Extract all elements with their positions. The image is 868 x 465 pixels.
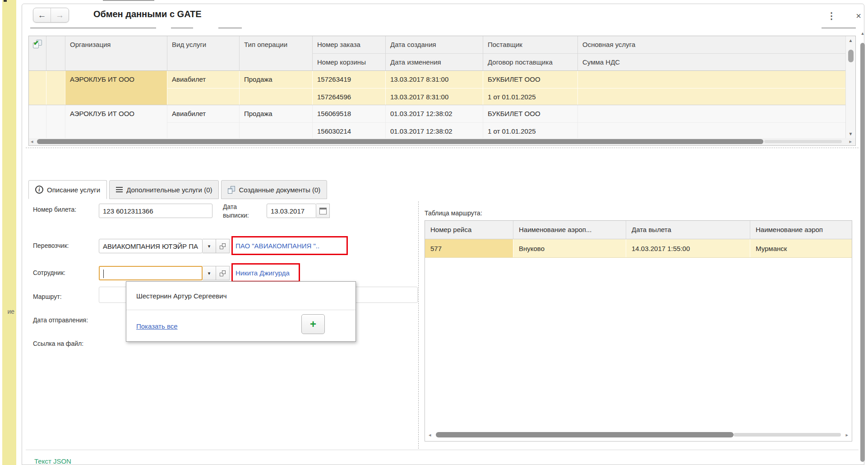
ticket-number-input[interactable]: 123 6012311366 — [99, 204, 212, 218]
add-new-button[interactable]: + — [301, 314, 325, 334]
carrier-label: Перевозчик: — [33, 242, 69, 249]
departure-date-label: Дата отправления: — [33, 316, 88, 324]
chevron-down-icon: ▾ — [208, 270, 211, 276]
scroll-left-icon[interactable]: ◂ — [31, 139, 33, 144]
route-table-horizontal-scrollbar[interactable]: ◂ ▸ — [429, 432, 848, 438]
tab-label: Созданные документы (0) — [239, 186, 320, 194]
column-header-flight[interactable]: Номер рейса — [425, 221, 513, 239]
scrollbar-thumb[interactable] — [436, 432, 734, 437]
file-link-label: Ссылка на файл: — [33, 340, 83, 347]
underline-segment — [30, 28, 156, 28]
orders-table-row-selected[interactable]: АЭРОКЛУБ ИТ ООО Авиабилет Продажа 157263… — [29, 70, 855, 105]
bottom-separator-line — [26, 450, 859, 450]
calendar-button[interactable] — [316, 204, 330, 218]
forward-arrow-icon: → — [55, 10, 64, 20]
employee-input[interactable] — [99, 266, 203, 280]
employee-label: Сотрудник: — [33, 269, 65, 276]
calendar-icon — [319, 208, 327, 214]
chevron-down-icon: ▾ — [208, 243, 211, 249]
forward-button[interactable]: → — [51, 8, 69, 22]
scrollbar-thumb[interactable] — [37, 139, 763, 144]
info-icon: i — [35, 186, 43, 194]
carrier-input[interactable]: АВИАКОМПАНИЯ ЮТЭЙР ПА — [99, 239, 203, 253]
underline-segment — [218, 28, 242, 28]
route-table-header: Номер рейса Наименование аэроп... Дата в… — [425, 221, 852, 239]
left-panel-strip: ие — [2, 0, 16, 465]
carrier-link-highlighted[interactable]: ПАО "АВИАКОМПАНИЯ ".. — [231, 236, 348, 255]
orders-table-vertical-scrollbar[interactable]: ▲ ▼ — [845, 36, 855, 138]
scrollbar-track[interactable] — [764, 140, 842, 143]
strip-mark — [4, 0, 7, 2]
issue-date-input[interactable]: 13.03.2017 — [267, 204, 316, 218]
scrollbar-thumb[interactable] — [860, 43, 865, 462]
scroll-right-icon[interactable]: ▸ — [849, 139, 852, 144]
scroll-up-icon[interactable]: ▲ — [846, 38, 855, 43]
dropdown-item-employee[interactable]: Шестернин Артур Сергеевич — [126, 282, 356, 310]
route-label: Маршрут: — [33, 293, 62, 300]
strip-text: ие — [7, 308, 14, 315]
carrier-dropdown-button[interactable]: ▾ — [203, 239, 216, 253]
back-button[interactable]: ← — [33, 8, 51, 22]
scroll-right-icon[interactable]: ▸ — [845, 432, 848, 438]
scroll-up-icon[interactable]: ▲ — [859, 31, 866, 36]
json-text-link[interactable]: Текст JSON — [34, 457, 71, 465]
ticket-number-label: Номер билета: — [33, 206, 76, 213]
scroll-left-icon[interactable]: ◂ — [429, 432, 431, 438]
orders-table: ✔ Организация Вид услуги Тип операции Но… — [28, 36, 856, 146]
page-title: Обмен данными с GATE — [93, 9, 202, 19]
tab-created-documents[interactable]: Созданные документы (0) — [221, 180, 327, 199]
select-all-header-cell[interactable]: ✔ — [29, 36, 46, 70]
column-header-service[interactable]: Вид услуги — [167, 36, 239, 70]
column-header-departure[interactable]: Дата вылета — [626, 221, 750, 239]
window-vertical-scrollbar[interactable]: ▲ — [859, 31, 866, 464]
show-all-link[interactable]: Показать все — [136, 322, 178, 330]
nav-buttons: ← → — [33, 8, 69, 23]
column-header-created-modified[interactable]: Дата созданияДата изменения — [385, 36, 483, 70]
open-link-icon — [220, 270, 226, 276]
carrier-open-button[interactable] — [216, 239, 230, 253]
list-icon — [116, 186, 123, 194]
underline-segment — [171, 28, 193, 28]
column-header-order-basket[interactable]: Номер заказаНомер корзины — [312, 36, 385, 70]
active-cell-org: АЭРОКЛУБ ИТ ООО — [65, 71, 167, 105]
scroll-down-icon[interactable]: ▼ — [846, 131, 855, 136]
open-link-icon — [220, 243, 226, 249]
column-header-op[interactable]: Тип операции — [239, 36, 312, 70]
tab-additional-services[interactable]: Дополнительные услуги (0) — [109, 180, 219, 199]
pane-separator-line — [26, 148, 859, 148]
orders-table-horizontal-scrollbar[interactable]: ◂ ▸ — [29, 138, 855, 145]
issue-date-label: Дата выписки: — [223, 203, 259, 220]
active-cell-flight: 577 — [425, 239, 513, 257]
top-edge-artifact — [103, 0, 154, 1]
orders-table-header: ✔ Организация Вид услуги Тип операции Но… — [29, 36, 855, 70]
column-header-supplier-contract[interactable]: ПоставщикДоговор поставщика — [483, 36, 577, 70]
orders-table-row[interactable]: АЭРОКЛУБ ИТ ООО Авиабилет Продажа 156069… — [29, 105, 855, 139]
dropdown-separator — [126, 310, 356, 310]
employee-dropdown-button[interactable]: ▾ — [203, 266, 216, 280]
route-table-title: Таблица маршрута: — [425, 209, 482, 217]
row-marker-header-cell — [46, 36, 65, 70]
column-header-org[interactable]: Организация — [65, 36, 167, 70]
tab-bar: i Описание услуги Дополнительные услуги … — [28, 180, 329, 199]
employee-open-button[interactable] — [216, 266, 230, 280]
underline-segment — [822, 28, 856, 28]
scrollbar-thumb[interactable] — [848, 50, 854, 62]
form-panel-separator — [418, 201, 419, 449]
column-header-airport-from[interactable]: Наименование аэроп... — [513, 221, 626, 239]
documents-icon — [228, 186, 235, 194]
text-cursor — [103, 270, 104, 278]
screen: ие ← → Обмен данными с GATE ⋮ × ✔ — [0, 0, 868, 465]
employee-dropdown-panel: Шестернин Артур Сергеевич Показать все + — [126, 281, 356, 342]
route-table: Номер рейса Наименование аэроп... Дата в… — [425, 220, 852, 442]
route-table-row-selected[interactable]: 577 Внуково 14.03.2017 1:55:00 Мурманск — [425, 239, 852, 258]
column-header-airport-to[interactable]: Наименование аэроп — [750, 221, 852, 239]
select-all-icon: ✔ — [32, 40, 42, 49]
app-window: ← → Обмен данными с GATE ⋮ × ✔ Организац… — [22, 4, 864, 465]
tab-label: Описание услуги — [47, 186, 100, 194]
tab-service-description[interactable]: i Описание услуги — [28, 180, 107, 199]
scrollbar-track[interactable] — [734, 433, 841, 437]
close-icon[interactable]: × — [852, 9, 865, 22]
more-menu-button[interactable]: ⋮ — [825, 9, 838, 22]
employee-link-highlighted[interactable]: Никита Джигурда — [231, 263, 300, 282]
column-header-mainservice-vat[interactable]: Основная услугаСумма НДС — [577, 36, 845, 70]
